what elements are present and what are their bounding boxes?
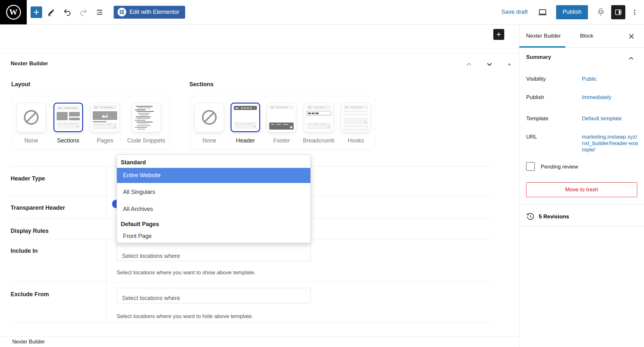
layout-heading: Layout xyxy=(11,81,30,88)
move-to-trash-button[interactable]: Move to trash xyxy=(526,182,637,197)
sections-option-header[interactable]: Header xyxy=(231,103,260,144)
close-icon xyxy=(627,32,636,41)
display-rules-label: Display Rules xyxy=(11,228,49,234)
kebab-menu-icon xyxy=(630,8,639,16)
collapse-triangle-icon xyxy=(507,62,512,67)
plugin-icon xyxy=(596,7,606,17)
thumbnail-code-snippets xyxy=(131,103,161,132)
block-inserter-plus-icon xyxy=(495,31,502,38)
sections-options-card: None Header Footer Breadcrumb xyxy=(190,96,375,150)
exclude-from-help-text: Select locations where you want to hide … xyxy=(117,313,253,320)
dropdown-group-default-pages: Default Pages xyxy=(117,217,310,230)
dropdown-option-entire-website[interactable]: Entire Website xyxy=(117,168,310,183)
pending-review-checkbox[interactable] xyxy=(526,162,535,171)
publish-button[interactable]: Publish xyxy=(556,5,588,19)
document-overview-button[interactable] xyxy=(92,5,107,19)
template-value[interactable]: Default template xyxy=(582,115,622,122)
layout-options-card: None Sections Pages xyxy=(12,96,170,150)
dropdown-option-all-archives[interactable]: All Archives xyxy=(117,201,310,217)
header-type-label: Header Type xyxy=(11,175,45,182)
edit-with-elementor-button[interactable]: Edit with Elementor xyxy=(114,6,185,19)
sections-option-footer[interactable]: Footer xyxy=(267,103,296,144)
column-divider xyxy=(106,239,107,322)
move-panel-up-button[interactable] xyxy=(464,60,473,69)
sections-option-hooks[interactable]: Hooks xyxy=(341,103,371,144)
publish-label: Publish xyxy=(526,94,544,101)
layout-option-sections[interactable]: Sections xyxy=(53,103,83,144)
plugin-connect-button[interactable] xyxy=(594,5,608,19)
collapse-summary-button[interactable] xyxy=(627,55,635,62)
pencil-icon xyxy=(47,8,55,16)
divider xyxy=(519,204,644,205)
editor-canvas: Nexter Builder Layout Sections None Sect… xyxy=(0,24,519,347)
sections-option-none[interactable]: None xyxy=(194,103,224,144)
pending-review-label: Pending review xyxy=(541,164,578,170)
plus-icon xyxy=(33,8,40,16)
layout-option-pages[interactable]: Pages xyxy=(90,103,120,144)
edit-tool-button[interactable] xyxy=(44,5,58,19)
column-divider xyxy=(106,166,107,218)
header-type-dropdown: Standard Entire Website All Singulars Al… xyxy=(117,154,311,243)
thumbnail-hooks xyxy=(341,103,371,132)
prohibited-icon xyxy=(24,110,39,125)
dropdown-option-front-page[interactable]: Front Page xyxy=(117,230,310,243)
tab-nexter-builder[interactable]: Nexter Builder xyxy=(526,24,561,48)
list-view-icon xyxy=(95,8,104,17)
collapse-panel-button[interactable] xyxy=(505,60,514,69)
url-label: URL xyxy=(526,134,537,140)
divider xyxy=(11,322,492,323)
dropdown-group-standard: Standard xyxy=(117,157,310,168)
preview-button[interactable] xyxy=(536,6,549,19)
close-sidebar-button[interactable] xyxy=(627,32,636,41)
settings-sidebar-toggle[interactable] xyxy=(611,5,625,19)
thumbnail-footer xyxy=(267,103,296,132)
redo-button[interactable] xyxy=(76,5,90,19)
options-menu-button[interactable] xyxy=(630,5,639,19)
block-inserter-button[interactable] xyxy=(31,6,42,18)
url-value[interactable]: marketing.instawp.xyz/nxt_builder/header… xyxy=(582,134,639,153)
include-in-label: Include In xyxy=(11,248,38,254)
metabox-title: Nexter Builder xyxy=(11,60,48,67)
undo-icon xyxy=(63,8,72,17)
save-draft-button[interactable]: Save draft xyxy=(501,9,528,15)
move-panel-down-button[interactable] xyxy=(485,60,494,69)
include-in-select[interactable]: Select locations where xyxy=(117,243,311,261)
wordpress-logo[interactable]: W xyxy=(0,0,27,24)
visibility-value[interactable]: Public xyxy=(582,76,597,82)
divider xyxy=(519,226,644,226)
dropdown-option-all-singulars[interactable]: All Singulars xyxy=(117,183,310,201)
divider xyxy=(11,282,492,282)
include-in-placeholder: Select locations where xyxy=(122,253,180,260)
publish-value[interactable]: Immediately xyxy=(582,94,611,101)
include-in-help-text: Select locations where you want to show … xyxy=(117,269,256,276)
revisions-button[interactable]: 5 Revisions xyxy=(539,214,569,220)
chevron-up-icon xyxy=(465,60,473,68)
thumbnail-sections xyxy=(53,103,83,132)
history-icon xyxy=(526,212,535,221)
thumbnail-header xyxy=(231,103,260,132)
editor-top-bar: W Edit with Elementor Save draft xyxy=(0,0,644,24)
thumbnail-pages xyxy=(90,103,120,132)
panel-divider xyxy=(0,53,519,53)
layout-option-none[interactable]: None xyxy=(16,103,46,144)
edit-with-elementor-label: Edit with Elementor xyxy=(129,9,179,15)
sections-option-breadcrumb[interactable]: Breadcrumb xyxy=(303,103,335,144)
sections-heading: Sections xyxy=(189,81,213,88)
canvas-block-inserter-button[interactable] xyxy=(493,29,504,40)
redo-icon xyxy=(79,8,88,17)
editor-footer-breadcrumb: Nexter Builder xyxy=(0,336,519,347)
settings-sidebar: Nexter Builder Block Summary Visibility … xyxy=(519,24,644,347)
undo-button[interactable] xyxy=(60,5,74,19)
tab-block[interactable]: Block xyxy=(580,24,593,48)
exclude-from-select[interactable]: Select locations where xyxy=(117,288,311,303)
layout-option-code-snippets[interactable]: Code Snippets xyxy=(127,103,165,144)
transparent-header-label: Transparent Header xyxy=(11,205,65,211)
exclude-from-label: Exclude From xyxy=(11,291,49,298)
thumbnail-breadcrumb xyxy=(304,103,334,132)
chevron-down-icon xyxy=(485,60,494,68)
breadcrumb[interactable]: Nexter Builder xyxy=(12,339,45,345)
elementor-logo-icon xyxy=(118,8,126,16)
settings-sidebar-icon xyxy=(614,8,622,16)
image-placeholder-icon xyxy=(93,111,117,120)
desktop-preview-icon xyxy=(538,7,547,17)
